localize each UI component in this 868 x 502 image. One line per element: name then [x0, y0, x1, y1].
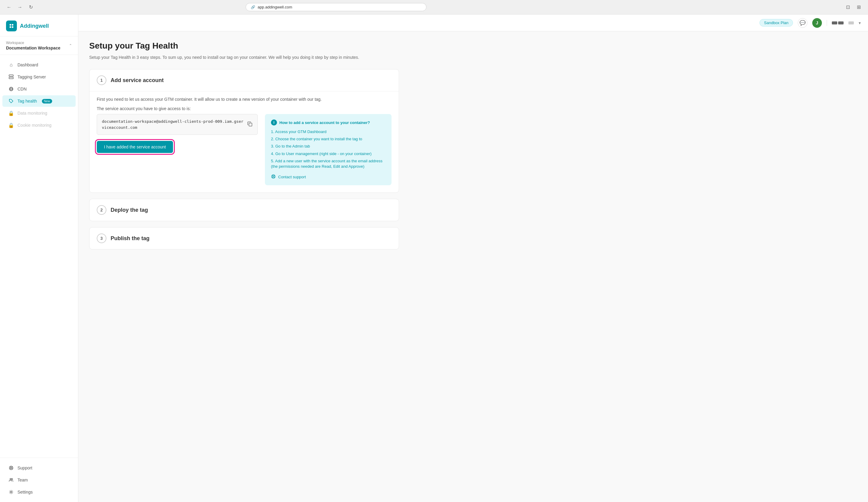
sidebar-item-cookie-monitoring: 🔒 Cookie monitoring — [2, 119, 76, 131]
sidebar-item-tag-health[interactable]: Tag health New — [2, 95, 76, 107]
sidebar-item-label: Tagging Server — [18, 74, 46, 79]
logo-area: Addingwell — [0, 14, 78, 37]
cdn-icon — [8, 86, 14, 92]
svg-line-14 — [10, 469, 11, 470]
sidebar-item-cdn[interactable]: CDN — [2, 83, 76, 95]
home-icon: ⌂ — [8, 62, 14, 68]
back-button[interactable]: ← — [5, 3, 13, 11]
step-2-card: 2 Deploy the tag — [89, 199, 399, 221]
sidebar: Addingwell Workspace Documentation Works… — [0, 14, 79, 502]
svg-line-21 — [274, 175, 275, 176]
sidebar-item-tagging-server[interactable]: Tagging Server — [2, 71, 76, 83]
browser-chrome: ← → ↻ 🔗 app.addingwell.com ⊡ ⊞ — [0, 0, 868, 14]
support-icon — [8, 465, 14, 471]
new-badge: New — [42, 99, 52, 103]
svg-line-11 — [12, 467, 13, 468]
step-3-title: Publish the tag — [111, 235, 149, 242]
sidebar-toggle-button[interactable]: ⊞ — [855, 3, 863, 11]
menu-block-1 — [832, 21, 837, 24]
sidebar-item-label: Team — [18, 478, 28, 482]
user-avatar: J — [812, 18, 822, 28]
page-title: Setup your Tag Health — [89, 41, 399, 51]
nav-section: ⌂ Dashboard Tagging Server — [0, 55, 78, 458]
step-1-header: 1 Add service account — [90, 69, 399, 91]
help-steps-list: 1. Access your GTM Dashboard 2. Choose t… — [271, 129, 385, 169]
logo-icon — [6, 21, 17, 31]
info-icon: i — [271, 119, 277, 126]
menu-block-2 — [838, 21, 844, 24]
step-1-service-label: The service account you have to give acc… — [97, 106, 392, 111]
app-header: Sandbox Plan 💬 J ▾ — [79, 14, 868, 31]
workspace-chevron-icon: ⌃ — [69, 43, 72, 48]
lock-icon: 🔒 — [8, 122, 14, 128]
service-email: documentation-workspace@addingwell-clien… — [102, 119, 244, 130]
svg-point-0 — [10, 24, 11, 26]
svg-point-20 — [273, 176, 274, 177]
header-divider — [827, 20, 827, 26]
support-circle-icon — [271, 174, 276, 180]
svg-point-15 — [10, 479, 11, 480]
step-1-title: Add service account — [111, 77, 164, 83]
browser-right-controls: ⊡ ⊞ — [844, 3, 863, 11]
step-3-number: 3 — [97, 233, 106, 243]
sidebar-item-label: Cookie monitoring — [18, 123, 52, 128]
lock-icon: 🔗 — [251, 5, 255, 9]
sidebar-item-label: Dashboard — [18, 62, 38, 67]
url-text: app.addingwell.com — [258, 5, 292, 9]
content-inner: Setup your Tag Health Setup your Tag Hea… — [79, 31, 410, 265]
step-2-number: 2 — [97, 205, 106, 215]
service-account-box: documentation-workspace@addingwell-clien… — [97, 114, 258, 135]
sidebar-item-support[interactable]: Support — [2, 462, 76, 474]
address-bar[interactable]: 🔗 app.addingwell.com — [246, 3, 426, 11]
tag-icon — [8, 98, 14, 104]
browser-controls: ← → ↻ — [5, 3, 35, 11]
step-1-description: First you need to let us access your GTM… — [97, 96, 392, 103]
sidebar-item-dashboard[interactable]: ⌂ Dashboard — [2, 59, 76, 71]
help-step-5: 5. Add a new user with the service accou… — [271, 158, 385, 169]
team-icon — [8, 477, 14, 483]
svg-point-3 — [12, 26, 13, 28]
contact-support-label: Contact support — [278, 175, 306, 179]
svg-point-16 — [11, 479, 13, 480]
workspace-selector[interactable]: Workspace Documentation Workspace ⌃ — [0, 37, 78, 55]
svg-point-2 — [10, 26, 11, 28]
step-1-card: 1 Add service account First you need to … — [89, 69, 399, 193]
svg-point-1 — [12, 24, 13, 26]
logo-text: Addingwell — [20, 23, 49, 29]
help-title: How to add a service account to your con… — [279, 120, 370, 125]
sidebar-item-settings[interactable]: Settings — [2, 486, 76, 498]
header-chevron-icon[interactable]: ▾ — [859, 21, 861, 26]
svg-rect-18 — [249, 123, 252, 126]
sidebar-item-label: CDN — [18, 87, 27, 91]
sidebar-item-team[interactable]: Team — [2, 474, 76, 486]
forward-button[interactable]: → — [16, 3, 24, 11]
step-3-header: 3 Publish the tag — [90, 228, 399, 249]
copy-button[interactable] — [247, 121, 252, 128]
page-subtitle: Setup your Tag Health in 3 easy steps. T… — [89, 54, 399, 61]
cast-button[interactable]: ⊡ — [844, 3, 852, 11]
help-header: i How to add a service account to your c… — [271, 119, 385, 126]
sidebar-item-data-monitoring: 🔒 Data monitoring — [2, 108, 76, 119]
help-step-3: 3. Go to the Admin tab — [271, 143, 385, 149]
step-2-header: 2 Deploy the tag — [90, 199, 399, 221]
contact-support-link[interactable]: Contact support — [271, 174, 385, 180]
settings-icon — [8, 489, 14, 495]
svg-point-17 — [11, 491, 12, 493]
help-step-4: 4. Go to User management (right side - o… — [271, 151, 385, 157]
svg-rect-4 — [9, 75, 13, 76]
sandbox-plan-badge[interactable]: Sandbox Plan — [760, 19, 793, 27]
step-1-number: 1 — [97, 76, 106, 85]
refresh-button[interactable]: ↻ — [27, 3, 35, 11]
step-3-card: 3 Publish the tag — [89, 227, 399, 250]
chat-button[interactable]: 💬 — [798, 18, 807, 28]
help-step-1: 1. Access your GTM Dashboard — [271, 129, 385, 134]
confirm-service-account-button[interactable]: I have added the service account — [97, 141, 173, 153]
svg-line-13 — [12, 469, 13, 470]
sidebar-item-label: Data monitoring — [18, 111, 47, 116]
svg-line-23 — [274, 177, 275, 178]
nav-bottom: Support Team — [0, 458, 78, 502]
sidebar-item-label: Tag health — [18, 99, 37, 103]
sidebar-item-label: Settings — [18, 490, 33, 494]
lock-icon: 🔒 — [8, 110, 14, 116]
step-1-body: First you need to let us access your GTM… — [90, 91, 399, 192]
